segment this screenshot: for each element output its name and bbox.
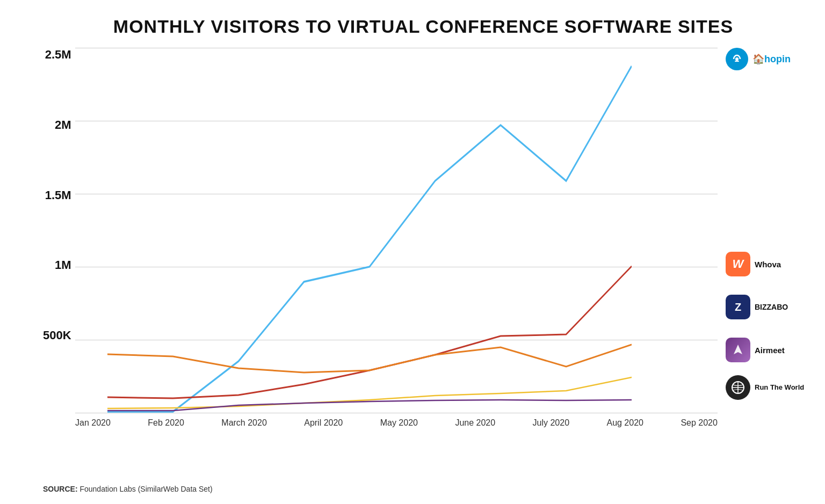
airmeet-line [107, 377, 632, 408]
runtheworld-label: Run The World [755, 383, 804, 392]
bizzabo-icon: Z [726, 295, 750, 319]
x-label-march: March 2020 [221, 418, 267, 428]
grid-line-bottom [75, 413, 718, 413]
hopin-line [107, 66, 632, 412]
chart-svg [107, 48, 632, 413]
bizzabo-label: BIZZABO [755, 303, 788, 311]
whova-icon: W [726, 252, 750, 276]
legend-hopin: 🏠hopin [726, 48, 791, 70]
legend-whova: W Whova [726, 252, 781, 276]
source-label: SOURCE: [43, 485, 78, 493]
x-label-june: June 2020 [455, 418, 495, 428]
chart-container: MONTHLY VISITORS TO VIRTUAL CONFERENCE S… [0, 0, 825, 504]
bizzabo-line [107, 345, 632, 372]
y-label-2500k: 2.5M [45, 48, 71, 62]
chart-title: MONTHLY VISITORS TO VIRTUAL CONFERENCE S… [43, 16, 804, 37]
hopin-icon [726, 48, 748, 70]
whova-line [107, 266, 632, 398]
x-label-aug: Aug 2020 [606, 418, 643, 428]
x-label-feb: Feb 2020 [148, 418, 184, 428]
y-label-2000k: 2M [55, 118, 71, 132]
legend-runtheworld: Run The World [726, 375, 804, 400]
y-label-1000k: 1M [55, 258, 71, 272]
svg-marker-2 [734, 345, 742, 354]
bizzabo-logo-text: Z [735, 301, 741, 313]
x-label-jan: Jan 2020 [75, 418, 111, 428]
chart-area: 2.5M 2M 1.5M 1M 500K [43, 48, 804, 456]
svg-point-1 [735, 57, 739, 61]
airmeet-logo-svg [730, 342, 746, 357]
hopin-logo-svg [729, 52, 744, 67]
y-label-0 [68, 399, 71, 413]
y-label-500k: 500K [43, 328, 71, 342]
runtheworld-icon [726, 375, 750, 400]
runtheworld-logo-svg [730, 380, 746, 395]
whova-label: Whova [755, 260, 781, 269]
legend-airmeet: Airmeet [726, 338, 785, 362]
airmeet-icon [726, 338, 750, 362]
whova-logo-text: W [733, 257, 744, 271]
x-label-july: July 2020 [533, 418, 570, 428]
source-text: Foundation Labs (SimilarWeb Data Set) [79, 485, 212, 493]
x-label-sep: Sep 2020 [681, 418, 718, 428]
legend-bizzabo: Z BIZZABO [726, 295, 788, 319]
y-axis-labels: 2.5M 2M 1.5M 1M 500K [43, 48, 77, 413]
grid-and-lines [75, 48, 718, 413]
x-axis-labels: Jan 2020 Feb 2020 March 2020 April 2020 … [75, 418, 718, 428]
x-label-may: May 2020 [380, 418, 418, 428]
airmeet-label: Airmeet [755, 346, 785, 355]
source-attribution: SOURCE: Foundation Labs (SimilarWeb Data… [43, 485, 213, 493]
hopin-label: 🏠hopin [752, 53, 791, 65]
y-label-1500k: 1.5M [45, 188, 71, 202]
x-label-april: April 2020 [304, 418, 343, 428]
